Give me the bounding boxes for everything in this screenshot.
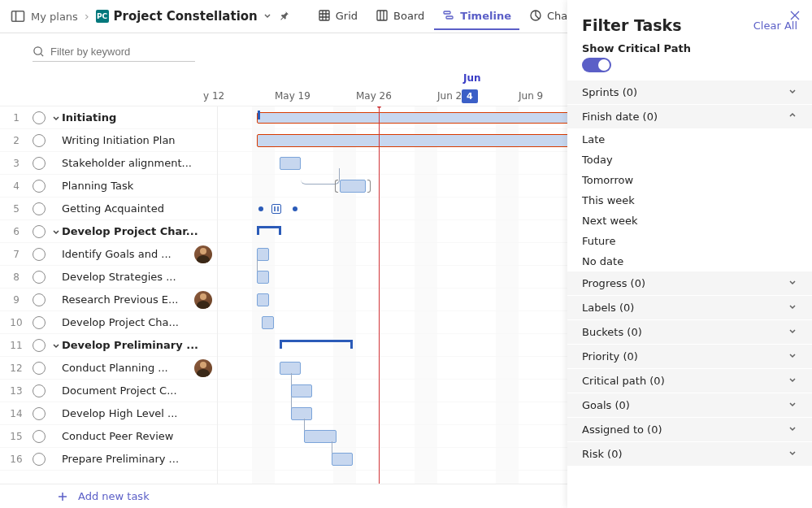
avatar[interactable] (194, 291, 212, 309)
task-row[interactable]: 7Identify Goals and ... (0, 243, 217, 266)
pin-icon[interactable] (279, 10, 290, 24)
task-row[interactable]: 1Initiating (0, 106, 217, 129)
filter-section-header[interactable]: Risk (0) (567, 442, 812, 467)
gantt-row[interactable] (218, 266, 567, 289)
complete-circle-icon[interactable] (33, 316, 46, 329)
add-task-row[interactable]: Add new task (0, 484, 567, 508)
filter-section-header[interactable]: Critical path (0) (567, 369, 812, 393)
filter-section-header[interactable]: Sprints (0) (567, 80, 812, 105)
filter-option[interactable]: Future (567, 231, 812, 251)
critical-path-toggle[interactable] (582, 58, 611, 72)
gantt-row[interactable] (218, 129, 567, 152)
complete-circle-icon[interactable] (33, 339, 46, 352)
breadcrumb-parent[interactable]: My plans (31, 11, 78, 23)
gantt-row[interactable] (218, 152, 567, 175)
filter-input[interactable] (33, 42, 195, 62)
task-bar[interactable] (257, 271, 269, 284)
gantt-row[interactable] (218, 311, 567, 334)
complete-circle-icon[interactable] (33, 180, 46, 193)
gantt-row[interactable] (218, 243, 567, 266)
task-row[interactable]: 9Research Previous E... (0, 289, 217, 311)
chevron-down-icon[interactable] (52, 228, 60, 236)
filter-section-header[interactable]: Progress (0) (567, 271, 812, 296)
gantt-row[interactable] (218, 357, 567, 380)
complete-circle-icon[interactable] (33, 430, 46, 443)
filter-option[interactable]: Tomorrow (567, 170, 812, 190)
avatar[interactable] (194, 359, 212, 377)
chevron-down-icon[interactable] (52, 341, 60, 350)
task-row[interactable]: 14Develop High Level ... (0, 402, 217, 425)
gantt-row[interactable] (218, 289, 567, 311)
plan-title[interactable]: Project Constellation (114, 9, 258, 24)
complete-circle-icon[interactable] (33, 271, 46, 284)
task-bar[interactable] (262, 316, 274, 329)
tab-board[interactable]: Board (367, 2, 432, 30)
task-bar[interactable] (332, 453, 353, 466)
gantt-row[interactable] (218, 334, 567, 357)
task-row[interactable]: 15Conduct Peer Review (0, 425, 217, 448)
filter-section-label: Finish date (0) (582, 111, 658, 123)
close-icon[interactable] (789, 10, 801, 24)
summary-bar[interactable] (257, 112, 567, 124)
filter-option[interactable]: Late (567, 129, 812, 150)
summary-bar[interactable] (280, 340, 353, 351)
filter-section-header[interactable]: Finish date (0) (567, 105, 812, 129)
task-row[interactable]: 10Develop Project Cha... (0, 311, 217, 334)
task-row[interactable]: 13Document Project C... (0, 380, 217, 402)
task-row[interactable]: 6Develop Project Char... (0, 220, 217, 243)
grid-body: 1Initiating2Writing Initiation Plan3Stak… (0, 106, 567, 484)
filter-section-header[interactable]: Labels (0) (567, 296, 812, 320)
milestone-icon[interactable] (293, 206, 297, 211)
tab-grid[interactable]: Grid (310, 2, 366, 30)
gantt-row[interactable] (218, 402, 567, 425)
avatar[interactable] (194, 245, 212, 263)
task-row[interactable]: 8Develop Strategies ... (0, 266, 217, 289)
task-row[interactable]: 11Develop Preliminary ... (0, 334, 217, 357)
complete-circle-icon[interactable] (33, 453, 46, 466)
task-bar[interactable] (257, 293, 269, 306)
complete-circle-icon[interactable] (33, 202, 46, 215)
gantt-row[interactable] (218, 448, 567, 471)
milestone-icon[interactable] (258, 206, 263, 211)
summary-bar[interactable] (257, 226, 281, 237)
filter-option[interactable]: Next week (567, 211, 812, 231)
task-row[interactable]: 5Getting Acquainted (0, 198, 217, 220)
filter-option[interactable]: Today (567, 150, 812, 170)
gantt-row[interactable] (218, 106, 567, 129)
task-row[interactable]: 4Planning Task (0, 175, 217, 198)
filter-section-header[interactable]: Priority (0) (567, 345, 812, 369)
gantt-row[interactable] (218, 198, 567, 220)
plan-menu-chevron-icon[interactable] (263, 10, 272, 23)
complete-circle-icon[interactable] (33, 225, 46, 238)
complete-circle-icon[interactable] (33, 134, 46, 147)
filter-option[interactable]: No date (567, 251, 812, 271)
complete-circle-icon[interactable] (33, 293, 46, 306)
gantt-area[interactable] (218, 106, 567, 484)
gantt-row[interactable] (218, 425, 567, 448)
complete-circle-icon[interactable] (33, 362, 46, 375)
timeline-today-marker[interactable]: 4 (462, 89, 478, 103)
filter-section-header[interactable]: Goals (0) (567, 393, 812, 418)
filter-section-header[interactable]: Buckets (0) (567, 320, 812, 345)
filter-section-header[interactable]: Assigned to (0) (567, 418, 812, 442)
task-bar[interactable] (280, 157, 301, 170)
tab-timeline[interactable]: Timeline (434, 2, 519, 30)
complete-circle-icon[interactable] (33, 157, 46, 170)
task-row[interactable]: 3Stakeholder alignment... (0, 152, 217, 175)
task-bar[interactable] (257, 134, 567, 147)
task-row[interactable]: 16Prepare Preliminary ... (0, 448, 217, 471)
complete-circle-icon[interactable] (33, 384, 46, 397)
complete-circle-icon[interactable] (33, 407, 46, 420)
task-row[interactable]: 2Writing Initiation Plan (0, 129, 217, 152)
gantt-row[interactable] (218, 220, 567, 243)
task-row[interactable]: 12Conduct Planning ... (0, 357, 217, 380)
gantt-row[interactable] (218, 175, 567, 198)
task-bar[interactable] (340, 180, 366, 193)
gantt-row[interactable] (218, 380, 567, 402)
chevron-down-icon[interactable] (52, 114, 60, 122)
milestone-icon[interactable] (271, 204, 281, 214)
filter-option[interactable]: This week (567, 190, 812, 211)
complete-circle-icon[interactable] (33, 248, 46, 261)
complete-circle-icon[interactable] (33, 111, 46, 124)
nav-collapse-icon[interactable] (10, 8, 26, 24)
